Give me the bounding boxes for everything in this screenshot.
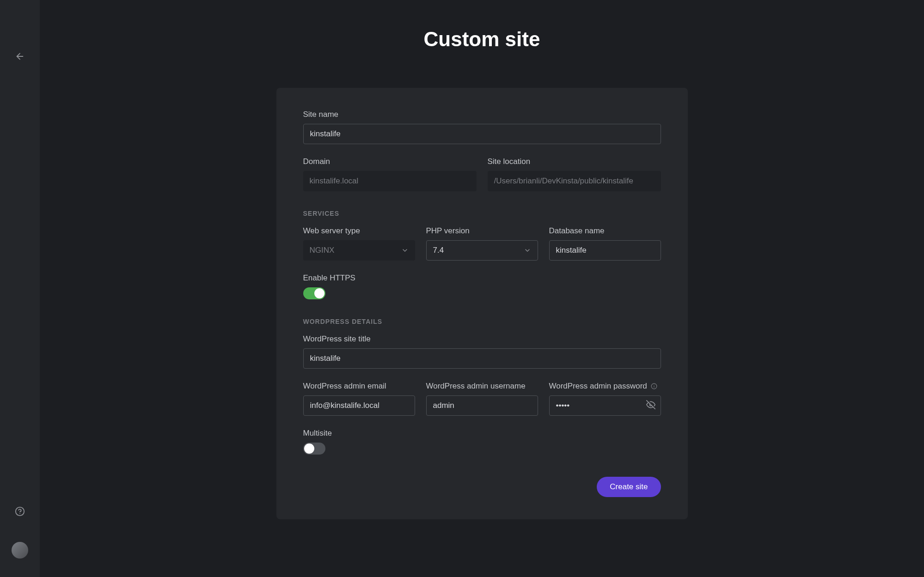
eye-off-icon[interactable] — [646, 400, 655, 411]
wordpress-section-header: WORDPRESS DETAILS — [303, 318, 661, 325]
web-server-value: NGINX — [310, 246, 335, 255]
php-version-value: 7.4 — [433, 246, 444, 255]
php-version-label: PHP version — [426, 226, 538, 236]
web-server-label: Web server type — [303, 226, 415, 236]
avatar[interactable] — [12, 542, 28, 559]
multisite-field: Multisite — [303, 429, 661, 455]
help-button[interactable] — [13, 505, 26, 518]
wp-admin-password-input[interactable] — [549, 395, 661, 416]
help-icon — [15, 506, 25, 516]
wp-site-title-label: WordPress site title — [303, 334, 661, 344]
domain-input — [303, 171, 477, 191]
chevron-down-icon — [524, 247, 531, 254]
multisite-toggle[interactable] — [303, 443, 325, 455]
toggle-knob — [314, 288, 324, 298]
wp-admin-email-field: WordPress admin email — [303, 382, 415, 416]
enable-https-toggle[interactable] — [303, 287, 325, 299]
php-version-field: PHP version 7.4 — [426, 226, 538, 261]
site-name-label: Site name — [303, 110, 661, 119]
site-location-field: Site location — [488, 157, 661, 191]
site-name-input[interactable] — [303, 124, 661, 144]
site-location-input — [488, 171, 661, 191]
domain-label: Domain — [303, 157, 477, 166]
enable-https-label: Enable HTTPS — [303, 273, 661, 283]
info-icon[interactable] — [651, 383, 657, 389]
wp-site-title-field: WordPress site title — [303, 334, 661, 369]
back-button[interactable] — [13, 50, 26, 63]
domain-field: Domain — [303, 157, 477, 191]
sidebar — [0, 0, 40, 577]
wp-admin-password-field: WordPress admin password — [549, 382, 661, 416]
toggle-knob — [304, 443, 314, 454]
enable-https-field: Enable HTTPS — [303, 273, 661, 299]
database-name-label: Database name — [549, 226, 661, 236]
wp-admin-email-label: WordPress admin email — [303, 382, 415, 391]
create-site-button[interactable]: Create site — [597, 477, 661, 497]
php-version-select[interactable]: 7.4 — [426, 240, 538, 261]
web-server-field: Web server type NGINX — [303, 226, 415, 261]
wp-admin-email-input[interactable] — [303, 395, 415, 416]
wp-admin-password-label: WordPress admin password — [549, 382, 661, 391]
database-name-field: Database name — [549, 226, 661, 261]
multisite-label: Multisite — [303, 429, 661, 438]
database-name-input[interactable] — [549, 240, 661, 261]
site-name-field: Site name — [303, 110, 661, 144]
form-card: Site name Domain Site location SERVICES … — [276, 88, 688, 519]
wp-admin-username-input[interactable] — [426, 395, 538, 416]
arrow-left-icon — [15, 51, 25, 61]
wp-admin-username-field: WordPress admin username — [426, 382, 538, 416]
sidebar-bottom — [12, 505, 28, 577]
form-actions: Create site — [303, 477, 661, 497]
page-title: Custom site — [424, 28, 540, 51]
main-content: Custom site Site name Domain Site locati… — [40, 0, 924, 519]
site-location-label: Site location — [488, 157, 661, 166]
chevron-down-icon — [401, 247, 409, 254]
wp-site-title-input[interactable] — [303, 348, 661, 369]
web-server-select: NGINX — [303, 240, 415, 261]
services-section-header: SERVICES — [303, 210, 661, 217]
wp-admin-username-label: WordPress admin username — [426, 382, 538, 391]
